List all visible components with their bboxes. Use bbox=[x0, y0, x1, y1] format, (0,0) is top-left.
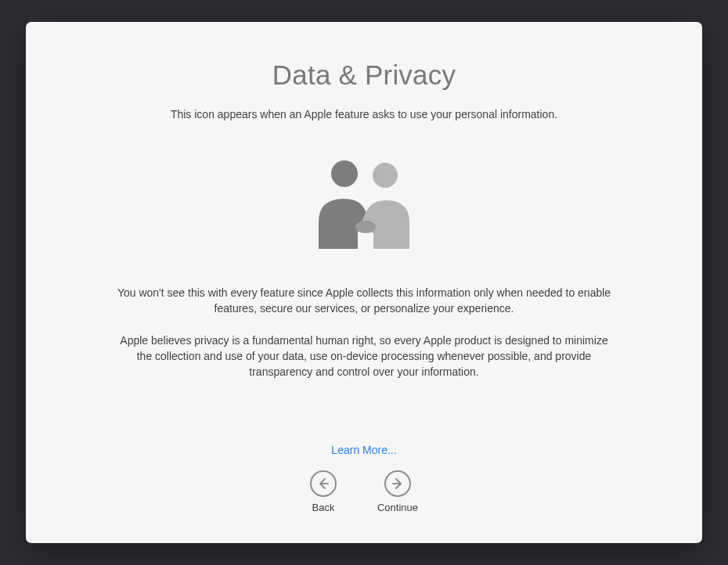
learn-more-link[interactable]: Learn More... bbox=[331, 444, 396, 456]
continue-button[interactable]: Continue bbox=[377, 470, 418, 513]
back-button-label: Back bbox=[312, 502, 335, 513]
continue-button-label: Continue bbox=[377, 502, 418, 513]
svg-point-1 bbox=[373, 163, 398, 188]
page-title: Data & Privacy bbox=[272, 59, 456, 91]
page-subtitle: This icon appears when an Apple feature … bbox=[171, 108, 557, 121]
arrow-right-circle-icon bbox=[384, 470, 411, 497]
body-paragraph-1: You won't see this with every feature si… bbox=[114, 285, 614, 317]
svg-point-2 bbox=[355, 221, 376, 233]
back-button[interactable]: Back bbox=[310, 470, 337, 513]
body-paragraph-2: Apple believes privacy is a fundamental … bbox=[114, 333, 614, 380]
svg-point-0 bbox=[331, 160, 358, 187]
privacy-handshake-icon bbox=[301, 155, 427, 252]
arrow-left-circle-icon bbox=[310, 470, 337, 497]
navigation-row: Back Continue bbox=[310, 470, 418, 513]
setup-assistant-panel: Data & Privacy This icon appears when an… bbox=[26, 22, 702, 543]
